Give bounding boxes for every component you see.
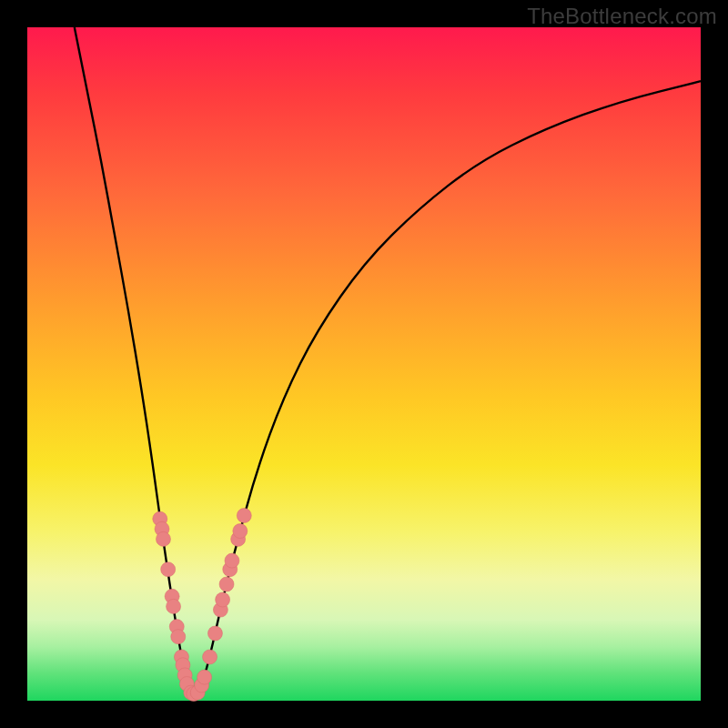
plot-area	[27, 27, 701, 701]
data-marker	[161, 562, 176, 577]
data-marker	[207, 626, 222, 641]
data-marker	[216, 592, 230, 607]
data-marker	[197, 670, 212, 684]
bottleneck-curve-svg	[27, 27, 701, 701]
data-marker	[156, 531, 170, 546]
watermark-text: TheBottleneck.com	[527, 4, 717, 29]
data-marker	[171, 630, 186, 644]
data-marker	[233, 524, 248, 539]
chart-frame: TheBottleneck.com	[0, 0, 728, 728]
data-marker	[237, 509, 251, 523]
data-marker	[225, 553, 239, 568]
data-marker	[203, 650, 217, 664]
data-marker	[219, 577, 234, 592]
data-marker	[167, 599, 181, 613]
marker-group	[153, 509, 252, 702]
